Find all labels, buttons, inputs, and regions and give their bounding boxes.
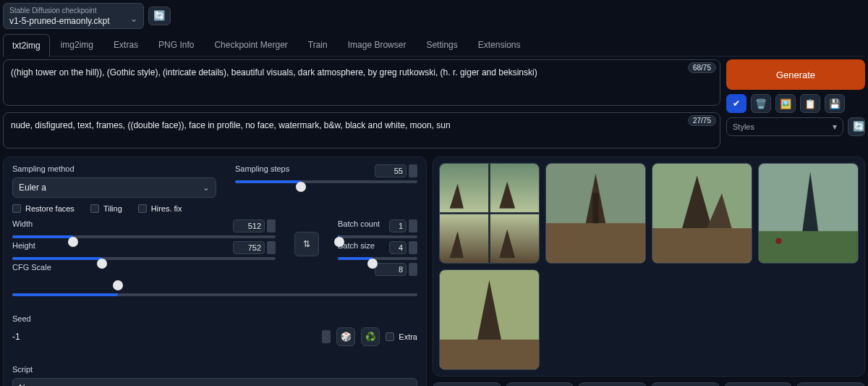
batch-count-label: Batch count	[338, 219, 380, 232]
refresh-checkpoints-button[interactable]: 🔄	[148, 7, 171, 25]
main-tabs: txt2img img2img Extras PNG Info Checkpoi…	[3, 33, 865, 56]
hires-fix-checkbox[interactable]: Hires. fix	[138, 204, 182, 213]
batch-size-stepper[interactable]	[409, 241, 417, 254]
tab-image-browser[interactable]: Image Browser	[339, 33, 416, 56]
batch-count-value[interactable]: 1	[389, 219, 407, 232]
tab-txt2img[interactable]: txt2img	[3, 34, 50, 56]
style-apply-button[interactable]: 🖼️	[775, 94, 796, 113]
script-label: Script	[12, 365, 417, 374]
reuse-seed-button[interactable]: ♻️	[361, 327, 380, 346]
chevron-down-icon: ⌄	[404, 383, 411, 386]
script-select[interactable]: None⌄	[12, 378, 417, 386]
chevron-down-icon: ▾	[833, 122, 837, 132]
steps-label: Sampling steps	[235, 164, 289, 177]
sampler-label: Sampling method	[12, 164, 216, 173]
seed-stepper[interactable]	[322, 330, 331, 343]
tab-img2img[interactable]: img2img	[51, 33, 103, 56]
gallery-item[interactable]	[439, 269, 540, 370]
clipboard-icon: 📋	[804, 99, 816, 109]
width-label: Width	[12, 219, 33, 232]
svg-rect-4	[546, 223, 645, 263]
sampler-select[interactable]: Euler a⌄	[12, 177, 216, 198]
width-stepper[interactable]	[267, 219, 276, 232]
check-icon: ✔	[733, 98, 740, 109]
negative-prompt-textarea[interactable]	[3, 112, 720, 148]
tab-extras[interactable]: Extras	[104, 33, 148, 56]
dice-icon: 🎲	[341, 332, 352, 342]
save-icon: 💾	[829, 99, 841, 109]
restore-faces-checkbox[interactable]: Restore faces	[12, 204, 75, 213]
seed-label: Seed	[12, 314, 417, 323]
chevron-down-icon: ⌄	[203, 182, 210, 193]
interrogate-toggle[interactable]: ✔	[726, 94, 746, 113]
svg-rect-9	[759, 231, 858, 263]
tiling-checkbox[interactable]: Tiling	[90, 204, 122, 213]
batch-count-stepper[interactable]	[409, 219, 417, 232]
tab-pnginfo[interactable]: PNG Info	[149, 33, 203, 56]
prompt-token-count: 68/75	[688, 62, 716, 73]
refresh-styles-button[interactable]: 🔄	[848, 117, 865, 136]
output-gallery	[433, 156, 865, 377]
checkpoint-value: v1-5-pruned-emaonly.ckpt	[9, 16, 137, 26]
svg-rect-12	[440, 340, 539, 369]
refresh-icon: 🔄	[153, 10, 166, 21]
steps-stepper[interactable]	[409, 164, 417, 177]
svg-rect-7	[652, 228, 752, 263]
extra-seed-checkbox[interactable]: Extra	[386, 332, 417, 341]
cfg-stepper[interactable]	[409, 263, 417, 276]
save-button[interactable]: Save	[506, 382, 574, 386]
tab-train[interactable]: Train	[299, 33, 337, 56]
height-stepper[interactable]	[267, 241, 276, 254]
refresh-icon: 🔄	[853, 121, 865, 132]
cfg-value[interactable]: 8	[375, 263, 407, 276]
checkpoint-select[interactable]: Stable Diffusion checkpoint v1-5-pruned-…	[3, 3, 144, 29]
image-icon: 🖼️	[780, 99, 791, 109]
swap-icon: ⇅	[303, 239, 310, 249]
height-label: Height	[12, 241, 35, 254]
settings-panel: Sampling method Euler a⌄ Sampling steps …	[3, 156, 427, 386]
height-value[interactable]: 752	[233, 241, 265, 254]
send-to-extras-button[interactable]: Send to extras	[796, 382, 865, 386]
styles-label: Styles	[733, 122, 754, 131]
trash-icon: 🗑️	[755, 99, 767, 109]
gallery-item[interactable]	[758, 163, 859, 264]
cfg-slider[interactable]	[12, 280, 417, 310]
swap-dimensions-button[interactable]: ⇅	[294, 232, 319, 256]
svg-point-10	[775, 238, 781, 244]
batch-size-value[interactable]: 4	[389, 241, 407, 254]
steps-value[interactable]: 55	[375, 164, 407, 177]
svg-rect-5	[592, 193, 598, 223]
tab-settings[interactable]: Settings	[417, 33, 467, 56]
styles-select[interactable]: Styles ▾	[726, 117, 843, 136]
zip-button[interactable]: Zip	[578, 382, 647, 386]
open-folder-button[interactable]: 📂	[433, 382, 501, 386]
send-to-inpaint-button[interactable]: Send to inpaint	[724, 382, 793, 386]
gallery-item[interactable]	[652, 163, 752, 264]
tab-checkpoint-merger[interactable]: Checkpoint Merger	[205, 33, 297, 56]
save-style-button[interactable]: 💾	[825, 94, 845, 113]
prompt-textarea[interactable]	[3, 59, 720, 106]
tab-extensions[interactable]: Extensions	[469, 33, 530, 56]
checkpoint-label: Stable Diffusion checkpoint	[9, 7, 137, 14]
gallery-grid-preview[interactable]	[439, 163, 540, 264]
clear-prompt-button[interactable]: 🗑️	[751, 94, 771, 113]
gallery-item[interactable]	[545, 163, 646, 264]
width-value[interactable]: 512	[233, 219, 265, 232]
svg-rect-2	[440, 212, 539, 214]
cfg-label: CFG Scale	[12, 263, 51, 276]
recycle-icon: ♻️	[365, 332, 376, 342]
generate-button[interactable]: Generate	[726, 59, 865, 90]
chevron-down-icon: ⌄	[130, 14, 137, 24]
seed-input[interactable]	[12, 332, 316, 342]
random-seed-button[interactable]: 🎲	[336, 327, 355, 346]
paste-button[interactable]: 📋	[800, 94, 820, 113]
negative-token-count: 27/75	[688, 115, 716, 126]
send-to-img2img-button[interactable]: Send to img2img	[651, 382, 720, 386]
